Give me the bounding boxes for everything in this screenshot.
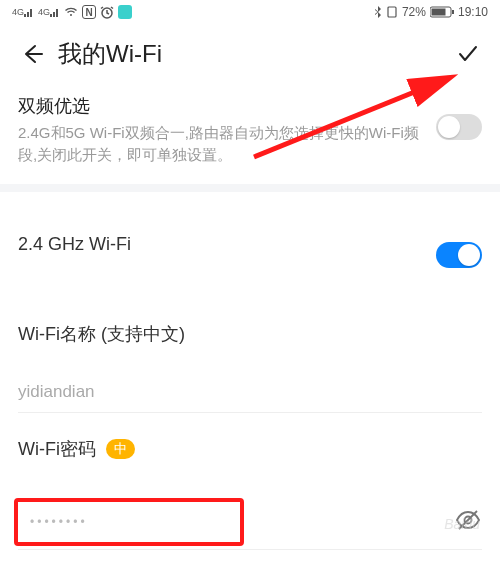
checkmark-icon (456, 42, 480, 66)
rotation-lock-icon (386, 6, 398, 18)
password-underline (18, 549, 482, 550)
wifi-name-input[interactable] (18, 382, 482, 402)
battery-icon (430, 6, 454, 18)
wifi-password-label-row: Wi-Fi密码 中 (18, 437, 482, 461)
alarm-icon (100, 5, 114, 19)
wifi-password-label: Wi-Fi密码 (18, 437, 96, 461)
ghz-toggle[interactable] (436, 242, 482, 268)
confirm-button[interactable] (454, 40, 482, 68)
wifi-icon (64, 7, 78, 17)
arrow-left-icon (21, 43, 43, 65)
dual-band-desc: 2.4G和5G Wi-Fi双频合一,路由器自动为您选择更快的Wi-Fi频段,关闭… (18, 122, 436, 166)
nfc-icon: N (82, 5, 96, 19)
eye-off-icon (455, 507, 481, 533)
wifi-password-group: Wi-Fi密码 中 (0, 413, 500, 461)
svg-rect-3 (431, 9, 445, 16)
status-bar: 4G 4G N 72% 19:10 (0, 0, 500, 24)
header: 我的Wi-Fi (0, 24, 500, 88)
signal-1-icon: 4G (12, 7, 34, 17)
page-title: 我的Wi-Fi (58, 38, 454, 70)
svg-rect-4 (452, 10, 454, 14)
password-strength-badge: 中 (106, 439, 135, 459)
annotation-red-box: •••••••• (14, 498, 244, 546)
wifi-name-input-row (18, 376, 482, 413)
wifi-password-input[interactable]: •••••••• (30, 515, 88, 529)
signal-2-icon: 4G (38, 7, 60, 17)
bluetooth-icon (374, 6, 382, 18)
ghz-row: 2.4 GHz Wi-Fi (0, 192, 500, 298)
svg-rect-1 (388, 7, 396, 17)
status-left: 4G 4G N (12, 5, 132, 19)
ghz-label: 2.4 GHz Wi-Fi (18, 234, 131, 255)
app-icon (118, 5, 132, 19)
dual-band-toggle[interactable] (436, 114, 482, 140)
battery-pct: 72% (402, 5, 426, 19)
time-label: 19:10 (458, 5, 488, 19)
back-button[interactable] (18, 40, 46, 68)
wifi-name-label: Wi-Fi名称 (支持中文) (18, 322, 482, 346)
wifi-name-group: Wi-Fi名称 (支持中文) (0, 298, 500, 413)
dual-band-section: 双频优选 2.4G和5G Wi-Fi双频合一,路由器自动为您选择更快的Wi-Fi… (0, 88, 500, 192)
status-right: 72% 19:10 (374, 5, 488, 19)
toggle-password-visibility-button[interactable] (454, 506, 482, 534)
dual-band-title: 双频优选 (18, 94, 436, 118)
